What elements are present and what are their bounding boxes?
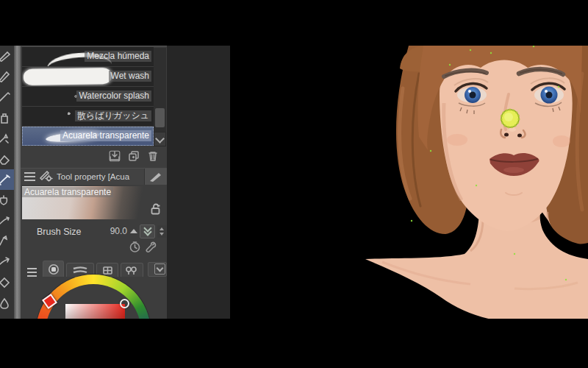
application-window: Mezcla húmeda Wet wash Watercolor splash… — [0, 0, 588, 368]
tool-frame[interactable] — [0, 252, 14, 272]
subtool-label: Mezcla húmeda — [85, 51, 151, 62]
color-wheel — [21, 275, 167, 319]
tool-bar — [0, 46, 14, 319]
eraser-icon — [0, 152, 12, 166]
trash-icon — [146, 149, 159, 163]
brush-size-value[interactable]: 90.0 — [110, 226, 127, 236]
character-body — [365, 177, 588, 319]
brush-size-row: Brush Size 90.0 — [21, 224, 167, 238]
value-spinner[interactable] — [157, 225, 166, 238]
wrench-icon — [145, 241, 157, 253]
selection-icon — [0, 276, 12, 289]
paint-speckles — [411, 46, 567, 280]
tool-decoration[interactable] — [0, 128, 14, 149]
subtool-row-wet-wash[interactable]: Wet wash — [22, 67, 154, 86]
watercolor-brush-icon — [0, 173, 12, 186]
saturation-value-square[interactable] — [65, 304, 125, 319]
character-eyebrows — [444, 69, 563, 77]
subtool-actions — [21, 146, 167, 168]
figure-icon — [0, 235, 12, 248]
tool-fill[interactable] — [0, 190, 14, 210]
caret-up-icon[interactable] — [130, 229, 137, 233]
tool-property-header: Tool property [Acua — [21, 168, 167, 185]
scrollbar-thumb[interactable] — [155, 108, 165, 127]
character-lips — [490, 153, 539, 195]
sub-tool-list: Mezcla húmeda Wet wash Watercolor splash… — [21, 47, 167, 146]
tool-watercolor-selected[interactable] — [0, 169, 14, 190]
brush-edit-tab[interactable] — [144, 169, 167, 185]
reset-timer-button[interactable] — [129, 241, 141, 256]
scroll-down-button[interactable] — [154, 132, 166, 146]
padlock-open-icon — [150, 202, 162, 215]
tool-blend[interactable] — [0, 293, 14, 314]
clock-icon — [129, 241, 141, 253]
copy-plus-icon — [127, 149, 140, 163]
character-face — [440, 49, 573, 231]
brush-name: Acuarela transparente — [22, 187, 113, 197]
subtool-row-scatter-gouache[interactable]: 散らばりガッシュ — [22, 107, 154, 126]
subtool-scrollbar — [154, 48, 166, 146]
color-wheel-tab-icon — [48, 263, 60, 275]
character-bangs — [417, 46, 582, 150]
character-hair — [396, 46, 588, 244]
pen-icon — [0, 49, 12, 63]
tool-property-title: Tool property [Acua — [57, 172, 144, 181]
character-eyes — [454, 78, 564, 114]
brush-gear-icon — [39, 169, 53, 185]
color-slider-tab-icon — [71, 266, 89, 275]
subtool-label: Watercolor splash — [76, 91, 151, 102]
lock-button[interactable] — [150, 202, 162, 218]
blend-drop-icon — [0, 297, 12, 310]
tool-gradient[interactable] — [0, 210, 14, 231]
fill-bucket-icon — [0, 194, 12, 207]
subtool-label: Wet wash — [109, 71, 151, 82]
tool-airbrush[interactable] — [0, 107, 14, 128]
airbrush-icon — [0, 111, 12, 124]
pencil-icon — [0, 70, 12, 83]
sub-tool-panel: Mezcla húmeda Wet wash Watercolor splash… — [21, 46, 167, 319]
tool-selection[interactable] — [0, 272, 14, 293]
saturation-value-marker[interactable] — [120, 299, 129, 308]
tool-figure[interactable] — [0, 231, 14, 252]
brush-size-label: Brush Size — [37, 227, 81, 237]
frame-icon — [0, 255, 12, 269]
brush-icon — [0, 91, 12, 104]
character-nose — [501, 94, 525, 138]
tool-eraser[interactable] — [0, 149, 14, 169]
letterbox-top — [0, 0, 588, 46]
brush-stroke-preview — [24, 68, 112, 85]
tool-brush[interactable] — [0, 87, 14, 107]
brush-size-label-wrap: Brush Size — [37, 224, 81, 238]
tool-pencil[interactable] — [0, 66, 14, 87]
property-utility-row — [21, 238, 167, 258]
collapse-chevron-icon — [154, 263, 165, 275]
letterbox-bottom — [0, 319, 588, 368]
decoration-icon — [0, 132, 12, 145]
content-band: Mezcla húmeda Wet wash Watercolor splash… — [0, 46, 588, 319]
chevron-down-icon — [155, 134, 165, 144]
subtool-row-mezcla-humeda[interactable]: Mezcla húmeda — [22, 47, 154, 66]
color-mix-tab-icon — [124, 266, 139, 275]
brush-cursor — [501, 110, 519, 127]
subtool-row-watercolor-splash[interactable]: Watercolor splash — [22, 87, 154, 106]
show-settings-button[interactable] — [140, 224, 155, 238]
panel-menu-button[interactable] — [24, 172, 35, 181]
import-subtool-button[interactable] — [108, 149, 121, 166]
brush-preview: Acuarela transparente — [21, 186, 167, 222]
delete-subtool-button[interactable] — [146, 149, 159, 166]
subtool-label: 散らばりガッシュ — [75, 110, 151, 121]
color-set-tab-icon — [102, 266, 113, 275]
background-gap — [540, 210, 588, 259]
gradient-icon — [0, 214, 12, 227]
subtool-label: Acuarela transparente — [60, 130, 151, 141]
duplicate-subtool-button[interactable] — [127, 149, 140, 166]
subtool-row-acuarela-transparente[interactable]: Acuarela transparente — [22, 127, 154, 146]
spinner-up-icon — [159, 227, 164, 230]
panel-divider — [14, 46, 21, 319]
tray-import-icon — [108, 149, 121, 163]
spinner-down-icon — [159, 233, 164, 236]
settings-button[interactable] — [145, 241, 157, 256]
brush-slant-icon — [148, 171, 163, 183]
tool-pen[interactable] — [0, 46, 14, 66]
